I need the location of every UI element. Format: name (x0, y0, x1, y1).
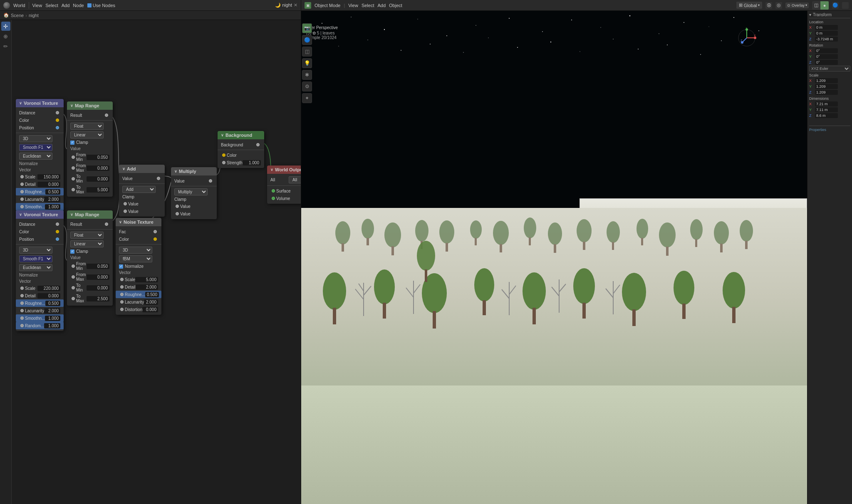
v1-detail-socket[interactable] (20, 183, 24, 186)
scale-z-input[interactable] (815, 90, 838, 95)
euler-select[interactable]: XYZ Euler (809, 66, 850, 72)
3d-viewport[interactable]: User Perspective (9) ✿ 5 | leaves Sample… (301, 11, 807, 504)
mr1-dtype-select[interactable]: Float (70, 123, 104, 130)
mr2-fmax-socket[interactable] (72, 275, 75, 279)
v1-detail-val[interactable]: 0.000 (37, 182, 60, 187)
mr1-fmax-val[interactable]: 0.000 (87, 166, 109, 171)
close-btn[interactable]: ✕ (294, 2, 297, 8)
node-menu[interactable]: Node (73, 3, 84, 8)
add-val2-socket[interactable] (124, 210, 127, 213)
v1-smooth-socket[interactable] (20, 205, 24, 208)
v2-rough-socket[interactable] (20, 301, 24, 305)
mr1-interp-select[interactable]: Linear (70, 131, 104, 138)
voronoi1-header[interactable]: ∨ Voronoi Texture (16, 99, 64, 107)
select-tool[interactable]: ✢ (1, 22, 10, 31)
bg-color-socket[interactable] (222, 153, 225, 157)
v2-scale-val[interactable]: 220.000 (37, 286, 60, 291)
bg-str-socket[interactable] (222, 161, 225, 164)
wo-surface-socket[interactable] (272, 189, 275, 193)
vp-view[interactable]: View (348, 3, 358, 8)
vp-object[interactable]: Object (389, 3, 402, 8)
vp-modifier-icon[interactable]: ⚙ (302, 82, 312, 91)
mr2-result-socket[interactable] (105, 222, 108, 226)
v1-color-socket[interactable] (56, 119, 59, 122)
vp-particles-icon[interactable]: ✦ (302, 93, 312, 103)
noise-header[interactable]: ∨ Noise Texture (116, 218, 161, 226)
v2-scale-socket[interactable] (20, 287, 24, 290)
dim-z-input[interactable] (815, 113, 838, 118)
wo-header[interactable]: ∨ World Output (267, 166, 301, 174)
mr1-fmax-socket[interactable] (72, 166, 75, 170)
rot-z-input[interactable] (815, 60, 838, 65)
dim-x-input[interactable] (815, 101, 838, 106)
overlay-btn[interactable]: ⊙ Overlay▾ (785, 2, 809, 8)
mr1-tmax-val[interactable]: 5.000 (87, 187, 109, 193)
maprange1-header[interactable]: ∨ Map Range (67, 101, 113, 110)
v1-distance-select[interactable]: Euclidean (19, 153, 52, 160)
vp-mesh-icon[interactable]: ◫ (302, 47, 312, 57)
v2-dimension-select[interactable]: 3D (19, 247, 52, 254)
bg-out-socket[interactable] (256, 143, 260, 146)
noise-rough-val[interactable]: 0.500 (145, 292, 159, 297)
mr1-result-socket[interactable] (105, 114, 108, 117)
noise-rough-socket[interactable] (120, 293, 124, 296)
rot-x-input[interactable] (815, 48, 838, 53)
mr2-tmax-socket[interactable] (72, 297, 75, 300)
vp-add[interactable]: Add (377, 3, 386, 8)
noise-type-select[interactable]: fBM (119, 255, 152, 262)
bc-night[interactable]: night (29, 13, 39, 18)
vp-tool-icon[interactable]: ✱ (302, 70, 312, 80)
scale-y-input[interactable] (815, 84, 838, 89)
v2-rand-socket[interactable] (20, 324, 24, 327)
proportional-btn[interactable]: ◎ (775, 2, 782, 9)
mul-out-socket[interactable] (209, 179, 212, 183)
add-header[interactable]: ∨ Add (119, 165, 165, 173)
vp-light-icon[interactable]: 💡 (302, 58, 312, 68)
properties-link[interactable]: Properties (809, 128, 850, 132)
v2-position-socket[interactable] (56, 237, 59, 241)
bg-str-val[interactable]: 1.000 (243, 160, 261, 166)
add-op-select[interactable]: Add (122, 186, 156, 193)
noise-lac-socket[interactable] (120, 300, 124, 304)
mr2-tmin-val[interactable]: 0.000 (87, 285, 109, 291)
mul-val2-socket[interactable] (176, 212, 179, 215)
mr2-tmax-val[interactable]: 2.500 (87, 296, 109, 301)
v2-smooth-val[interactable]: 1.000 (45, 316, 60, 321)
wo-all-select[interactable]: All (289, 176, 301, 183)
noise-detail-socket[interactable] (120, 285, 124, 289)
mul-op-select[interactable]: Multiply (174, 188, 208, 195)
viewport-mode-icon[interactable]: ▣ (305, 2, 311, 9)
multiply-header[interactable]: ∨ Multiply (171, 167, 217, 175)
noise-color-socket[interactable] (154, 237, 157, 241)
loc-x-input[interactable] (815, 25, 838, 30)
noise-detail-val[interactable]: 2.000 (136, 284, 158, 290)
solid-btn[interactable]: ● (820, 1, 829, 10)
rot-y-input[interactable] (815, 54, 838, 59)
maprange2-header[interactable]: ∨ Map Range (67, 210, 113, 219)
v1-distance-socket[interactable] (56, 111, 59, 114)
zoom-tool[interactable]: ⊕ (1, 32, 10, 41)
wo-volume-socket[interactable] (272, 197, 275, 200)
noise-scale-socket[interactable] (120, 278, 124, 281)
v2-detail-socket[interactable] (20, 294, 24, 297)
noise-normalize-cb[interactable] (119, 264, 123, 269)
v2-smooth-socket[interactable] (20, 316, 24, 320)
v2-feature-select[interactable]: Smooth F1 (19, 255, 52, 262)
view-menu[interactable]: View (32, 3, 42, 8)
mr1-clamp-cb[interactable] (70, 141, 74, 145)
annotate-tool[interactable]: ✏ (1, 42, 10, 51)
add-val1-socket[interactable] (124, 202, 127, 205)
vp-select[interactable]: Select (362, 3, 374, 8)
mr1-tmin-socket[interactable] (72, 177, 75, 180)
v1-rough-val[interactable]: 0.500 (45, 189, 60, 195)
v2-rand-val[interactable]: 1.000 (44, 323, 60, 329)
noise-dist-socket[interactable] (120, 308, 124, 311)
mr2-dtype-select[interactable]: Float (70, 232, 104, 239)
mr2-clamp-cb[interactable] (70, 250, 74, 254)
mr2-tmin-socket[interactable] (72, 286, 75, 289)
vp-camera-icon[interactable]: 📷 (302, 23, 312, 33)
noise-dist-val[interactable]: 0.000 (142, 307, 158, 312)
mr2-fmin-socket[interactable] (72, 264, 75, 268)
mr1-tmax-socket[interactable] (72, 188, 75, 191)
noise-lac-val[interactable]: 2.000 (144, 299, 158, 305)
